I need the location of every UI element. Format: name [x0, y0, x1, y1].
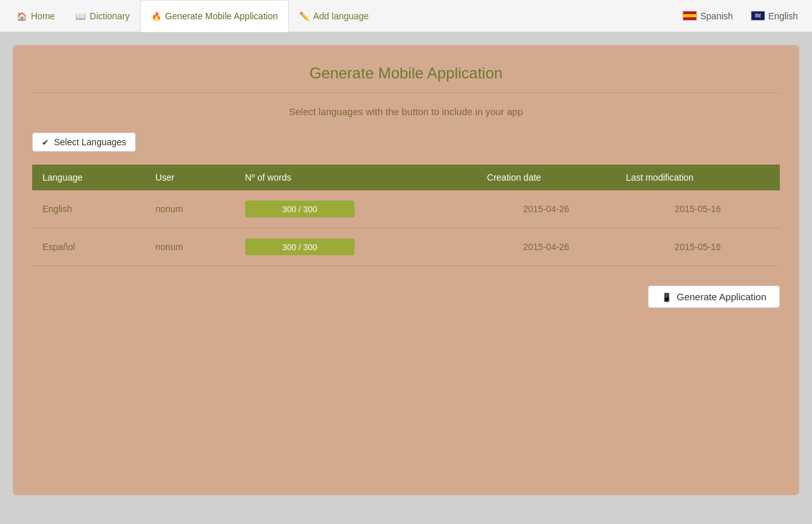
cell-words: 300 / 300 [235, 228, 477, 266]
col-user: User [145, 165, 235, 190]
page-title: Generate Mobile Application [32, 64, 780, 82]
generate-btn-label: Generate Application [677, 291, 766, 302]
main-wrapper: Generate Mobile Application Select langu… [0, 32, 812, 508]
col-words: Nº of words [235, 165, 477, 190]
cell-creation: 2015-04-26 [477, 228, 616, 266]
table-row: Español nonum 300 / 300 2015-04-26 2015-… [32, 228, 780, 266]
nav-right: Spanish 🇬🇧 English [675, 0, 806, 32]
progress-bar: 300 / 300 [245, 201, 355, 217]
cell-user: nonum [145, 190, 235, 228]
fire-icon [151, 11, 161, 21]
generate-btn-wrap: Generate Application [32, 285, 780, 308]
content-panel: Generate Mobile Application Select langu… [13, 45, 799, 495]
table-row: English nonum 300 / 300 2015-04-26 2015-… [32, 190, 780, 228]
cell-user: nonum [145, 228, 235, 266]
cell-creation: 2015-04-26 [477, 190, 616, 228]
nav-spanish[interactable]: Spanish [675, 11, 741, 21]
cell-language: English [32, 190, 145, 228]
pencil-icon [299, 11, 309, 21]
check-icon [42, 137, 49, 147]
nav-home[interactable]: Home [6, 0, 65, 32]
nav-generate[interactable]: Generate Mobile Application [140, 0, 289, 32]
cell-modification: 2015-05-16 [616, 190, 780, 228]
cell-modification: 2015-05-16 [616, 228, 780, 266]
nav-add-language[interactable]: Add language [289, 0, 379, 32]
flag-es-icon [683, 11, 697, 21]
page-subtitle: Select languages with the button to incl… [32, 106, 780, 117]
col-modification: Last modification [616, 165, 780, 190]
navbar: Home Dictionary Generate Mobile Applicat… [0, 0, 812, 32]
mobile-icon [661, 291, 672, 302]
cell-words: 300 / 300 [235, 190, 477, 228]
select-languages-label: Select Languages [54, 137, 126, 147]
nav-home-label: Home [31, 11, 55, 21]
title-divider [32, 93, 780, 93]
nav-english[interactable]: 🇬🇧 English [743, 11, 806, 21]
progress-label: 300 / 300 [282, 242, 317, 252]
book-icon [75, 11, 86, 21]
nav-left: Home Dictionary Generate Mobile Applicat… [6, 0, 675, 32]
col-language: Language [32, 165, 145, 190]
home-icon [17, 11, 27, 21]
nav-english-label: English [768, 11, 798, 21]
nav-generate-label: Generate Mobile Application [165, 11, 278, 21]
table-header-row: Language User Nº of words Creation date … [32, 165, 780, 190]
table-header: Language User Nº of words Creation date … [32, 165, 780, 190]
nav-dictionary-label: Dictionary [89, 11, 129, 21]
flag-gb-icon: 🇬🇧 [751, 11, 765, 21]
cell-language: Español [32, 228, 145, 266]
generate-application-button[interactable]: Generate Application [648, 285, 780, 308]
nav-dictionary[interactable]: Dictionary [65, 0, 140, 32]
progress-bar: 300 / 300 [245, 239, 355, 255]
progress-label: 300 / 300 [282, 204, 317, 214]
select-languages-button[interactable]: Select Languages [32, 132, 136, 152]
col-creation: Creation date [477, 165, 616, 190]
languages-table: Language User Nº of words Creation date … [32, 165, 780, 266]
nav-add-language-label: Add language [313, 11, 369, 21]
nav-spanish-label: Spanish [700, 11, 733, 21]
table-body: English nonum 300 / 300 2015-04-26 2015-… [32, 190, 780, 266]
